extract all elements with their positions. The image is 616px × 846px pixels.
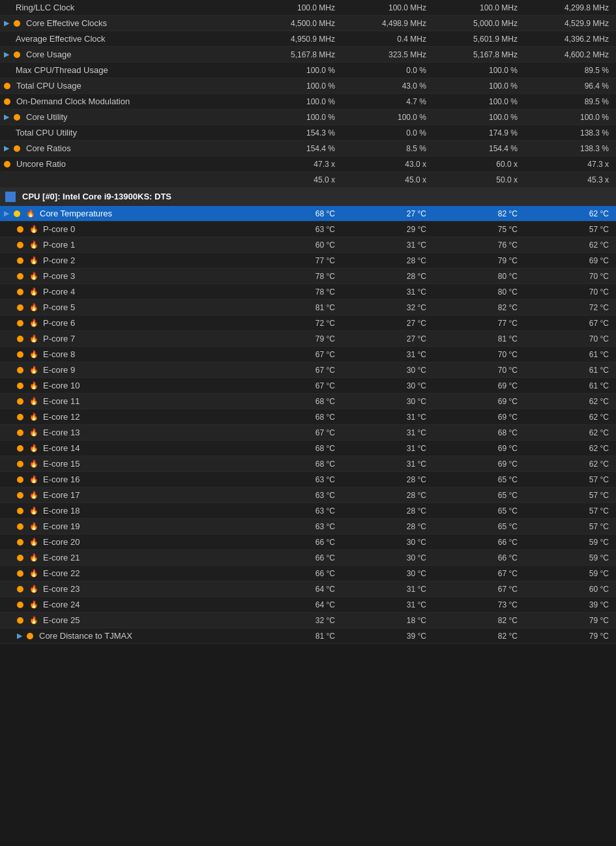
table-row: ▶Core Distance to TJMAX81 °C39 °C82 °C79… xyxy=(0,628,616,644)
label-text: E-core 8 xyxy=(43,349,75,359)
col-value3: 69 °C xyxy=(430,443,521,454)
col-value4: 59 °C xyxy=(521,552,613,564)
flame-icon: 🔥 xyxy=(29,256,38,265)
expand-arrow-icon[interactable]: ▶ xyxy=(4,50,9,59)
bullet-icon xyxy=(17,226,23,233)
row-label: 🔥E-core 10 xyxy=(0,379,248,392)
col-value2: 30 °C xyxy=(339,552,430,564)
col-value4: 57 °C xyxy=(521,489,613,501)
flame-icon: 🔥 xyxy=(29,381,38,390)
flame-icon: 🔥 xyxy=(29,428,38,437)
row-label: Total CPU Usage xyxy=(0,80,248,92)
table-row: 🔥P-core 478 °C31 °C80 °C70 °C xyxy=(0,284,616,300)
label-text: E-core 15 xyxy=(43,459,80,469)
bullet-icon xyxy=(17,586,23,592)
row-label: 🔥E-core 19 xyxy=(0,520,248,532)
bullet-icon xyxy=(4,161,10,168)
table-row: ▶Core Ratios154.4 %8.5 %154.4 %138.3 % xyxy=(0,141,616,156)
expand-arrow-icon[interactable]: ▶ xyxy=(4,209,9,218)
row-label: 🔥E-core 17 xyxy=(0,489,248,501)
col-value1: 47.3 x xyxy=(248,158,339,170)
col-value3: 69 °C xyxy=(430,396,521,407)
table-row: Average Effective Clock4,950.9 MHz0.4 MH… xyxy=(0,31,616,47)
bullet-icon xyxy=(17,304,23,311)
col-value2: 323.5 MHz xyxy=(339,49,430,61)
col-value4: 69 °C xyxy=(521,255,613,267)
row-label: ▶Core Usage xyxy=(0,48,248,61)
table-row: 🔥E-core 1568 °C31 °C69 °C62 °C xyxy=(0,456,616,472)
bullet-icon xyxy=(17,476,23,483)
col-value1: 67 °C xyxy=(248,349,339,360)
col-value4: 138.3 % xyxy=(521,127,613,139)
row-label: 🔥E-core 12 xyxy=(0,411,248,423)
col-value4: 70 °C xyxy=(521,286,613,298)
col-value2: 43.0 % xyxy=(339,80,430,92)
col-value3: 77 °C xyxy=(430,317,521,329)
col-value3: 67 °C xyxy=(430,568,521,579)
bullet-icon xyxy=(17,445,23,452)
col-value1: 32 °C xyxy=(248,615,339,626)
col-value2: 28 °C xyxy=(339,270,430,282)
expand-arrow-icon[interactable]: ▶ xyxy=(4,19,9,27)
bullet-icon xyxy=(17,508,23,514)
flame-icon: 🔥 xyxy=(29,459,38,468)
col-value2: 4.7 % xyxy=(339,96,430,108)
row-label: 🔥E-core 18 xyxy=(0,504,248,517)
col-value2: 8.5 % xyxy=(339,143,430,154)
row-label: 🔥E-core 13 xyxy=(0,426,248,439)
col-value1: 68 °C xyxy=(248,458,339,470)
flame-icon: 🔥 xyxy=(29,491,38,499)
table-row: ▶Core Utility100.0 %100.0 %100.0 %100.0 … xyxy=(0,109,616,125)
col-value4: 4,529.9 MHz xyxy=(521,18,613,29)
label-text: Core Ratios xyxy=(26,143,71,153)
label-text: Core Temperatures xyxy=(40,209,112,218)
bullet-icon xyxy=(4,98,10,105)
col-value3: 100.0 % xyxy=(430,96,521,108)
row-label: 🔥E-core 9 xyxy=(0,364,248,376)
flame-icon: 🔥 xyxy=(29,444,38,452)
col-value1: 5,167.8 MHz xyxy=(248,49,339,61)
col-value4: 62 °C xyxy=(521,458,613,470)
col-value1: 4,950.9 MHz xyxy=(248,33,339,45)
table-row: 🔥E-core 1268 °C31 °C69 °C62 °C xyxy=(0,409,616,425)
col-value4: 57 °C xyxy=(521,224,613,235)
col-value2: 30 °C xyxy=(339,536,430,548)
row-label: 🔥E-core 21 xyxy=(0,551,248,564)
table-row: Ring/LLC Clock100.0 MHz100.0 MHz100.0 MH… xyxy=(0,0,616,16)
col-value3: 65 °C xyxy=(430,521,521,532)
bullet-icon xyxy=(17,523,23,530)
bullet-icon xyxy=(17,289,23,295)
table-row: 🔥E-core 1367 °C31 °C68 °C62 °C xyxy=(0,425,616,441)
label-text: E-core 23 xyxy=(43,584,80,594)
label-text: P-core 6 xyxy=(43,318,75,328)
col-value1: 60 °C xyxy=(248,239,339,251)
expand-arrow-icon[interactable]: ▶ xyxy=(4,113,9,121)
table-row: 🔥P-core 581 °C32 °C82 °C72 °C xyxy=(0,300,616,315)
col-value3: 68 °C xyxy=(430,427,521,439)
label-text: E-core 9 xyxy=(43,365,75,375)
table-row: ▶🔥Core Temperatures68 °C27 °C82 °C62 °C xyxy=(0,206,616,222)
label-text: Uncore Ratio xyxy=(16,159,66,169)
col-value4: 62 °C xyxy=(521,239,613,251)
flame-icon: 🔥 xyxy=(29,241,38,249)
col-value4: 100.0 % xyxy=(521,111,613,123)
label-text: P-core 1 xyxy=(43,240,75,250)
col-value4: 60 °C xyxy=(521,583,613,595)
expand-arrow-icon[interactable]: ▶ xyxy=(4,144,9,153)
bullet-icon xyxy=(17,430,23,436)
section-icon xyxy=(5,192,16,202)
label-text: E-core 25 xyxy=(43,615,80,625)
label-text: E-core 21 xyxy=(43,553,80,562)
flame-icon: 🔥 xyxy=(29,538,38,546)
label-text: Total CPU Usage xyxy=(16,81,81,91)
expand-arrow-icon[interactable]: ▶ xyxy=(17,632,22,640)
col-value4: 61 °C xyxy=(521,349,613,360)
col-value2: 28 °C xyxy=(339,521,430,532)
col-value1: 100.0 MHz xyxy=(248,2,339,14)
col-value3: 82 °C xyxy=(430,302,521,314)
col-value2: 27 °C xyxy=(339,317,430,329)
col-value1: 78 °C xyxy=(248,286,339,298)
col-value3: 82 °C xyxy=(430,630,521,642)
bullet-icon xyxy=(14,51,20,58)
col-value2: 0.0 % xyxy=(339,127,430,139)
